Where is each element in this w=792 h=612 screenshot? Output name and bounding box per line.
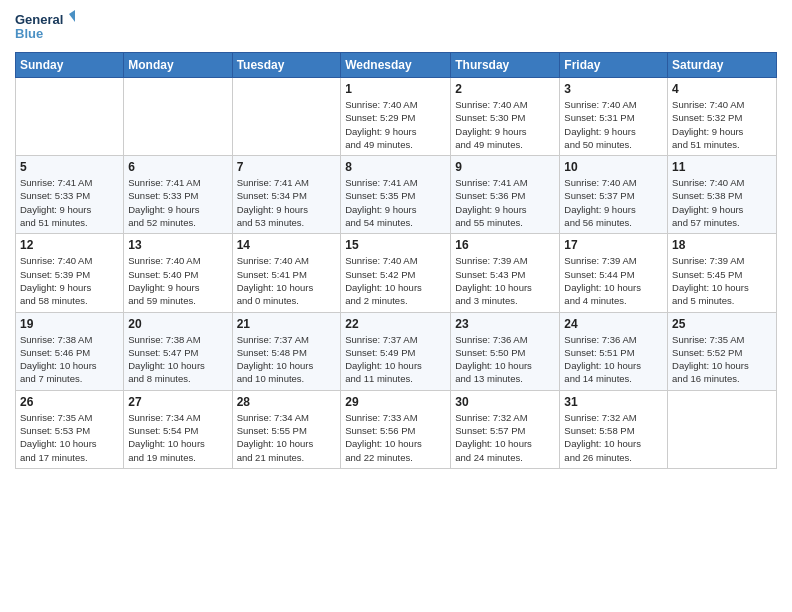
day-info: Sunrise: 7:40 AM Sunset: 5:39 PM Dayligh… [20, 254, 119, 307]
week-row-4: 19Sunrise: 7:38 AM Sunset: 5:46 PM Dayli… [16, 312, 777, 390]
week-row-5: 26Sunrise: 7:35 AM Sunset: 5:53 PM Dayli… [16, 390, 777, 468]
day-number: 28 [237, 395, 337, 409]
calendar-cell: 16Sunrise: 7:39 AM Sunset: 5:43 PM Dayli… [451, 234, 560, 312]
weekday-monday: Monday [124, 53, 232, 78]
calendar-cell: 28Sunrise: 7:34 AM Sunset: 5:55 PM Dayli… [232, 390, 341, 468]
calendar-cell: 27Sunrise: 7:34 AM Sunset: 5:54 PM Dayli… [124, 390, 232, 468]
day-number: 7 [237, 160, 337, 174]
calendar-cell: 3Sunrise: 7:40 AM Sunset: 5:31 PM Daylig… [560, 78, 668, 156]
calendar-cell: 19Sunrise: 7:38 AM Sunset: 5:46 PM Dayli… [16, 312, 124, 390]
day-number: 6 [128, 160, 227, 174]
day-info: Sunrise: 7:37 AM Sunset: 5:49 PM Dayligh… [345, 333, 446, 386]
calendar-cell: 23Sunrise: 7:36 AM Sunset: 5:50 PM Dayli… [451, 312, 560, 390]
week-row-3: 12Sunrise: 7:40 AM Sunset: 5:39 PM Dayli… [16, 234, 777, 312]
calendar-cell: 9Sunrise: 7:41 AM Sunset: 5:36 PM Daylig… [451, 156, 560, 234]
calendar-cell [232, 78, 341, 156]
day-number: 14 [237, 238, 337, 252]
day-info: Sunrise: 7:35 AM Sunset: 5:53 PM Dayligh… [20, 411, 119, 464]
calendar-cell [16, 78, 124, 156]
day-number: 24 [564, 317, 663, 331]
weekday-saturday: Saturday [668, 53, 777, 78]
day-number: 22 [345, 317, 446, 331]
calendar-cell: 4Sunrise: 7:40 AM Sunset: 5:32 PM Daylig… [668, 78, 777, 156]
calendar-cell: 15Sunrise: 7:40 AM Sunset: 5:42 PM Dayli… [341, 234, 451, 312]
calendar-cell: 14Sunrise: 7:40 AM Sunset: 5:41 PM Dayli… [232, 234, 341, 312]
day-number: 11 [672, 160, 772, 174]
day-info: Sunrise: 7:34 AM Sunset: 5:55 PM Dayligh… [237, 411, 337, 464]
week-row-2: 5Sunrise: 7:41 AM Sunset: 5:33 PM Daylig… [16, 156, 777, 234]
calendar-cell: 22Sunrise: 7:37 AM Sunset: 5:49 PM Dayli… [341, 312, 451, 390]
calendar-cell: 25Sunrise: 7:35 AM Sunset: 5:52 PM Dayli… [668, 312, 777, 390]
calendar-cell: 29Sunrise: 7:33 AM Sunset: 5:56 PM Dayli… [341, 390, 451, 468]
calendar-cell: 26Sunrise: 7:35 AM Sunset: 5:53 PM Dayli… [16, 390, 124, 468]
calendar-cell: 21Sunrise: 7:37 AM Sunset: 5:48 PM Dayli… [232, 312, 341, 390]
calendar-cell: 2Sunrise: 7:40 AM Sunset: 5:30 PM Daylig… [451, 78, 560, 156]
calendar-cell: 8Sunrise: 7:41 AM Sunset: 5:35 PM Daylig… [341, 156, 451, 234]
calendar-cell [668, 390, 777, 468]
day-number: 8 [345, 160, 446, 174]
day-number: 16 [455, 238, 555, 252]
day-number: 17 [564, 238, 663, 252]
calendar-cell: 6Sunrise: 7:41 AM Sunset: 5:33 PM Daylig… [124, 156, 232, 234]
day-info: Sunrise: 7:40 AM Sunset: 5:31 PM Dayligh… [564, 98, 663, 151]
day-info: Sunrise: 7:40 AM Sunset: 5:32 PM Dayligh… [672, 98, 772, 151]
day-info: Sunrise: 7:32 AM Sunset: 5:57 PM Dayligh… [455, 411, 555, 464]
day-number: 9 [455, 160, 555, 174]
calendar-cell: 12Sunrise: 7:40 AM Sunset: 5:39 PM Dayli… [16, 234, 124, 312]
day-number: 1 [345, 82, 446, 96]
calendar-cell: 30Sunrise: 7:32 AM Sunset: 5:57 PM Dayli… [451, 390, 560, 468]
day-number: 26 [20, 395, 119, 409]
day-info: Sunrise: 7:35 AM Sunset: 5:52 PM Dayligh… [672, 333, 772, 386]
day-number: 25 [672, 317, 772, 331]
day-number: 31 [564, 395, 663, 409]
calendar-cell: 24Sunrise: 7:36 AM Sunset: 5:51 PM Dayli… [560, 312, 668, 390]
day-info: Sunrise: 7:33 AM Sunset: 5:56 PM Dayligh… [345, 411, 446, 464]
day-number: 18 [672, 238, 772, 252]
calendar-cell: 31Sunrise: 7:32 AM Sunset: 5:58 PM Dayli… [560, 390, 668, 468]
header: General Blue [15, 10, 777, 44]
weekday-header-row: SundayMondayTuesdayWednesdayThursdayFrid… [16, 53, 777, 78]
weekday-tuesday: Tuesday [232, 53, 341, 78]
day-info: Sunrise: 7:36 AM Sunset: 5:50 PM Dayligh… [455, 333, 555, 386]
calendar-cell: 10Sunrise: 7:40 AM Sunset: 5:37 PM Dayli… [560, 156, 668, 234]
day-number: 4 [672, 82, 772, 96]
calendar-cell: 7Sunrise: 7:41 AM Sunset: 5:34 PM Daylig… [232, 156, 341, 234]
day-number: 20 [128, 317, 227, 331]
calendar-cell [124, 78, 232, 156]
day-number: 30 [455, 395, 555, 409]
day-info: Sunrise: 7:41 AM Sunset: 5:36 PM Dayligh… [455, 176, 555, 229]
day-number: 2 [455, 82, 555, 96]
day-info: Sunrise: 7:40 AM Sunset: 5:30 PM Dayligh… [455, 98, 555, 151]
day-number: 23 [455, 317, 555, 331]
day-info: Sunrise: 7:32 AM Sunset: 5:58 PM Dayligh… [564, 411, 663, 464]
day-info: Sunrise: 7:37 AM Sunset: 5:48 PM Dayligh… [237, 333, 337, 386]
day-info: Sunrise: 7:39 AM Sunset: 5:43 PM Dayligh… [455, 254, 555, 307]
calendar-cell: 20Sunrise: 7:38 AM Sunset: 5:47 PM Dayli… [124, 312, 232, 390]
page: General Blue SundayMondayTuesdayWednesda… [0, 0, 792, 612]
day-info: Sunrise: 7:39 AM Sunset: 5:45 PM Dayligh… [672, 254, 772, 307]
day-number: 29 [345, 395, 446, 409]
weekday-friday: Friday [560, 53, 668, 78]
day-number: 21 [237, 317, 337, 331]
day-info: Sunrise: 7:41 AM Sunset: 5:33 PM Dayligh… [128, 176, 227, 229]
day-info: Sunrise: 7:40 AM Sunset: 5:29 PM Dayligh… [345, 98, 446, 151]
svg-text:Blue: Blue [15, 26, 43, 41]
day-number: 27 [128, 395, 227, 409]
calendar-cell: 1Sunrise: 7:40 AM Sunset: 5:29 PM Daylig… [341, 78, 451, 156]
day-number: 19 [20, 317, 119, 331]
calendar-cell: 11Sunrise: 7:40 AM Sunset: 5:38 PM Dayli… [668, 156, 777, 234]
calendar-cell: 13Sunrise: 7:40 AM Sunset: 5:40 PM Dayli… [124, 234, 232, 312]
day-info: Sunrise: 7:41 AM Sunset: 5:33 PM Dayligh… [20, 176, 119, 229]
calendar: SundayMondayTuesdayWednesdayThursdayFrid… [15, 52, 777, 469]
day-info: Sunrise: 7:41 AM Sunset: 5:34 PM Dayligh… [237, 176, 337, 229]
day-info: Sunrise: 7:40 AM Sunset: 5:37 PM Dayligh… [564, 176, 663, 229]
day-number: 15 [345, 238, 446, 252]
weekday-sunday: Sunday [16, 53, 124, 78]
day-info: Sunrise: 7:39 AM Sunset: 5:44 PM Dayligh… [564, 254, 663, 307]
svg-marker-2 [69, 10, 75, 22]
week-row-1: 1Sunrise: 7:40 AM Sunset: 5:29 PM Daylig… [16, 78, 777, 156]
calendar-cell: 17Sunrise: 7:39 AM Sunset: 5:44 PM Dayli… [560, 234, 668, 312]
day-number: 13 [128, 238, 227, 252]
day-number: 10 [564, 160, 663, 174]
day-info: Sunrise: 7:40 AM Sunset: 5:42 PM Dayligh… [345, 254, 446, 307]
